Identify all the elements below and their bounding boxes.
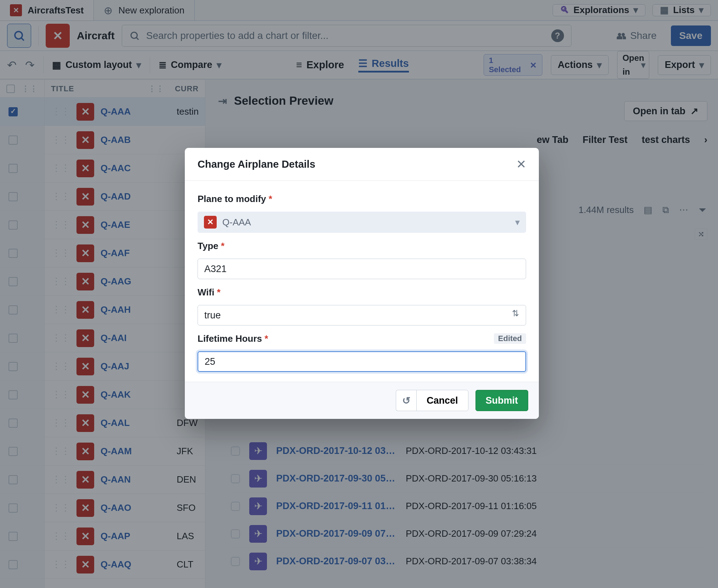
modal-title: Change Airplane Details (198, 158, 315, 170)
change-airplane-modal: Change Airplane Details ✕ Plane to modif… (185, 148, 539, 419)
type-label: Type * (198, 241, 526, 252)
undo-icon: ↺ (402, 395, 410, 407)
reset-button[interactable]: ↺ (396, 390, 416, 411)
plane-value: Q-AAA (222, 217, 251, 228)
plane-label: Plane to modify * (198, 194, 526, 204)
hours-label: Lifetime Hours * Edited (198, 333, 526, 344)
chevron-down-icon: ▾ (515, 217, 520, 228)
cancel-button[interactable]: Cancel (416, 390, 468, 411)
edited-badge: Edited (494, 333, 526, 344)
plane-picker[interactable]: ✕ Q-AAA ▾ (198, 212, 526, 233)
aircraft-icon: ✕ (204, 216, 217, 229)
type-input[interactable] (198, 259, 526, 279)
submit-button[interactable]: Submit (475, 390, 529, 411)
lifetime-hours-input[interactable] (198, 351, 526, 372)
wifi-select[interactable] (198, 305, 526, 325)
close-icon[interactable]: ✕ (516, 157, 526, 171)
wifi-label: Wifi * (198, 287, 526, 298)
